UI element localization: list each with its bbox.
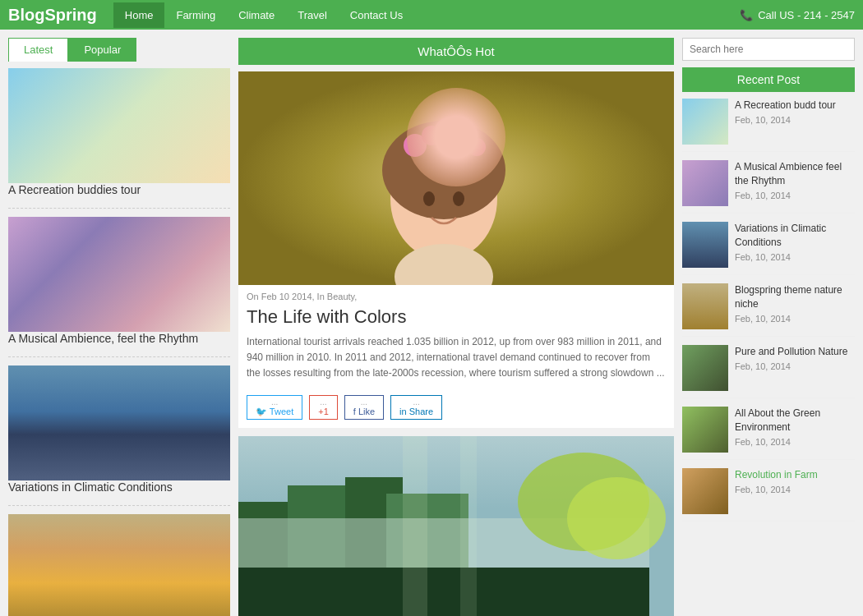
main-layout: Latest Popular A Recreation buddies tour… [0,30,863,616]
recent-item-7: Revolution in Farm Feb, 10, 2014 [682,468,855,522]
nav-farming[interactable]: Farming [164,2,227,28]
tab-popular[interactable]: Popular [68,38,136,62]
tab-group: Latest Popular [8,38,230,62]
recent-date-7: Feb, 10, 2014 [735,485,855,494]
dots: ... [361,398,367,407]
svg-rect-17 [238,568,649,616]
main-nav: Home Farming Climate Travel Contact Us [113,2,414,28]
share-label: in Share [399,407,433,416]
recent-thumb-5 [682,345,728,391]
recent-info-6: All About the Green Environment Feb, 10,… [735,407,855,453]
recent-item-4: Blogspring theme nature niche Feb, 10, 2… [682,283,855,337]
svg-point-21 [567,477,666,559]
second-post-image [238,436,674,616]
recent-date-3: Feb, 10, 2014 [735,252,855,262]
recent-thumb-7 [682,468,728,514]
center-content: WhatÔÔs Hot [238,38,674,616]
recent-title-5[interactable]: Pure and Pollution Nature [735,345,855,359]
recent-date-4: Feb, 10, 2014 [735,314,855,324]
recent-info-2: A Musical Ambience feel the Rhythm Feb, … [735,160,855,206]
recent-title-3[interactable]: Variations in Climatic Conditions [735,222,855,250]
recent-item-2: A Musical Ambience feel the Rhythm Feb, … [682,160,855,214]
whats-hot-header: WhatÔÔs Hot [238,38,674,65]
dots: ... [413,398,419,407]
post-title[interactable]: The Life with Colors [238,303,674,334]
recent-info-5: Pure and Pollution Nature Feb, 10, 2014 [735,345,855,391]
gplus-button[interactable]: ... +1 [309,395,338,420]
recent-date-5: Feb, 10, 2014 [735,361,855,371]
left-post-2: A Musical Ambience, feel the Rhythm [8,217,230,357]
like-label: f Like [353,407,375,416]
left-post-image-4 [8,514,230,616]
svg-point-4 [422,126,441,145]
recent-item-1: A Recreation budd tour Feb, 10, 2014 [682,99,855,152]
left-post-image-3 [8,365,230,480]
recent-item-6: All About the Green Environment Feb, 10,… [682,407,855,460]
svg-point-5 [435,117,461,144]
recent-title-1[interactable]: A Recreation budd tour [735,99,855,113]
nav-home[interactable]: Home [113,2,165,28]
recent-item-3: Variations in Climatic Conditions Feb, 1… [682,222,855,275]
recent-post-header: Recent Post [682,67,855,92]
dots: ... [320,398,326,407]
left-post-3: Variations in Climatic Conditions [8,365,230,506]
post-meta: On Feb 10 2014, In Beauty, [238,285,674,303]
header: BlogSpring Home Farming Climate Travel C… [0,0,863,30]
left-post-title-2[interactable]: A Musical Ambience, feel the Rhythm [8,332,230,345]
svg-point-7 [468,138,486,156]
left-post-image-1 [8,68,230,183]
svg-rect-18 [403,436,427,616]
left-post-title-3[interactable]: Variations in Climatic Conditions [8,480,230,494]
tweet-label: 🐦 Tweet [256,407,293,417]
recent-thumb-3 [682,222,728,268]
svg-point-2 [382,121,505,219]
gplus-label: +1 [318,407,329,416]
svg-rect-19 [460,436,477,616]
recent-thumb-2 [682,160,728,206]
recent-item-5: Pure and Pollution Nature Feb, 10, 2014 [682,345,855,398]
recent-date-6: Feb, 10, 2014 [735,437,855,447]
recent-info-7: Revolution in Farm Feb, 10, 2014 [735,468,855,514]
nav-contact[interactable]: Contact Us [339,2,414,28]
recent-title-6[interactable]: All About the Green Environment [735,407,855,434]
recent-info-1: A Recreation budd tour Feb, 10, 2014 [735,99,855,145]
phone-number: 📞 Call US - 214 - 2547 [740,9,855,21]
left-post-4: Blogspring theme for nature niche [8,514,230,616]
svg-point-6 [454,126,475,148]
tweet-button[interactable]: ... 🐦 Tweet [247,395,302,420]
featured-post-image [238,71,674,285]
tab-latest[interactable]: Latest [8,38,68,62]
post-excerpt: International tourist arrivals reached 1… [238,334,674,390]
recent-date-2: Feb, 10, 2014 [735,191,855,200]
recent-thumb-1 [682,99,728,145]
recent-info-3: Variations in Climatic Conditions Feb, 1… [735,222,855,268]
recent-title-4[interactable]: Blogspring theme nature niche [735,283,855,311]
sidebar-right: Recent Post A Recreation budd tour Feb, … [682,38,855,616]
recent-title-2[interactable]: A Musical Ambience feel the Rhythm [735,160,855,188]
sidebar-left: Latest Popular A Recreation buddies tour… [8,38,230,616]
nav-climate[interactable]: Climate [227,2,286,28]
svg-point-3 [404,134,427,157]
like-button[interactable]: ... f Like [344,395,384,420]
svg-point-8 [423,191,435,206]
left-post-title-1[interactable]: A Recreation buddies tour [8,183,230,196]
recent-title-7[interactable]: Revolution in Farm [735,468,855,482]
site-logo: BlogSpring [8,6,97,25]
left-post-1: A Recreation buddies tour [8,68,230,209]
left-post-image-2 [8,217,230,332]
recent-thumb-6 [682,407,728,453]
dots: ... [271,398,278,407]
share-button[interactable]: ... in Share [390,395,442,420]
nav-travel[interactable]: Travel [286,2,339,28]
recent-date-1: Feb, 10, 2014 [735,115,855,125]
search-input[interactable] [682,38,855,61]
recent-thumb-4 [682,283,728,329]
featured-post: On Feb 10 2014, In Beauty, The Life with… [238,71,674,428]
phone-icon: 📞 [740,9,753,21]
second-post [238,436,674,616]
social-buttons: ... 🐦 Tweet ... +1 ... f Like ... in Sha… [238,390,674,428]
recent-info-4: Blogspring theme nature niche Feb, 10, 2… [735,283,855,329]
svg-point-9 [453,191,464,206]
